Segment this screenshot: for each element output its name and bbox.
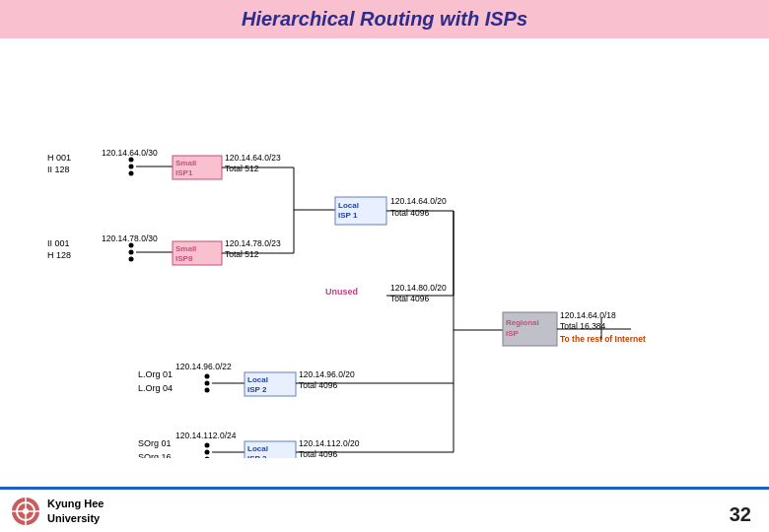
svg-text:120.14.112.0/20: 120.14.112.0/20	[299, 438, 360, 448]
svg-text:120.14.78.0/30: 120.14.78.0/30	[102, 233, 158, 243]
svg-text:120.14.96.0/20: 120.14.96.0/20	[299, 369, 355, 379]
svg-point-80	[23, 508, 29, 514]
svg-text:L.Org 04: L.Org 04	[138, 383, 173, 393]
svg-text:ISP: ISP	[506, 329, 520, 338]
university-logo	[10, 496, 41, 527]
page-title: Hierarchical Routing with ISPs	[242, 8, 527, 30]
svg-point-17	[129, 257, 134, 262]
svg-point-54	[205, 443, 210, 448]
svg-text:ISP 1: ISP 1	[338, 211, 358, 220]
svg-text:120.14.80.0/20: 120.14.80.0/20	[390, 283, 447, 293]
svg-point-15	[129, 243, 134, 248]
title-bar: Hierarchical Routing with ISPs	[0, 0, 769, 38]
svg-point-16	[129, 250, 134, 255]
bottom-bar: Kyung Hee University 32	[0, 487, 769, 532]
svg-text:Total 4096: Total 4096	[299, 449, 337, 458]
svg-point-56	[205, 457, 210, 459]
svg-text:120.14.64.0/18: 120.14.64.0/18	[560, 310, 616, 320]
svg-text:Local: Local	[338, 201, 359, 210]
svg-text:Small: Small	[175, 244, 196, 253]
svg-text:Local: Local	[247, 444, 268, 453]
svg-point-4	[129, 171, 134, 176]
svg-text:120.14.112.0/24: 120.14.112.0/24	[175, 431, 237, 440]
svg-text:120.14.64.0/23: 120.14.64.0/23	[225, 153, 281, 163]
svg-point-3	[129, 165, 134, 169]
svg-text:H 001: H 001	[47, 153, 71, 163]
svg-text:Small: Small	[175, 159, 196, 167]
svg-text:SOrg 16: SOrg 16	[138, 452, 172, 458]
diagram-svg: H 001 II 128 120.14.64.0/30 Small ISP1 1…	[0, 44, 769, 458]
diagram-area: H 001 II 128 120.14.64.0/30 Small ISP1 1…	[0, 44, 769, 458]
svg-text:Local: Local	[247, 375, 268, 384]
svg-text:120.14.96.0/22: 120.14.96.0/22	[175, 362, 232, 371]
svg-text:ISP1: ISP1	[175, 168, 193, 177]
svg-text:ISP 2: ISP 2	[247, 385, 267, 394]
svg-point-41	[205, 374, 210, 379]
svg-text:120.14.64.0/20: 120.14.64.0/20	[390, 196, 447, 206]
svg-point-55	[205, 450, 210, 455]
svg-text:Unused: Unused	[325, 287, 358, 297]
page-container: Hierarchical Routing with ISPs H 001 II …	[0, 0, 769, 532]
svg-text:Total 512: Total 512	[225, 249, 259, 259]
svg-text:Total 4096: Total 4096	[299, 380, 337, 390]
svg-text:L.Org 01: L.Org 01	[138, 369, 173, 379]
svg-point-42	[205, 381, 210, 386]
page-number: 32	[730, 503, 751, 526]
svg-text:120.14.64.0/30: 120.14.64.0/30	[102, 148, 158, 158]
svg-text:Total 4096: Total 4096	[390, 208, 429, 218]
logo-area: Kyung Hee University	[10, 496, 104, 527]
svg-text:II 001: II 001	[47, 238, 70, 248]
svg-text:ISP8: ISP8	[175, 254, 193, 263]
svg-point-43	[205, 388, 210, 393]
svg-text:To the rest of Internet: To the rest of Internet	[560, 334, 646, 344]
university-name: Kyung Hee University	[47, 497, 104, 525]
svg-text:H 128: H 128	[47, 250, 71, 260]
svg-text:ISP 3: ISP 3	[247, 454, 267, 458]
svg-text:Regional: Regional	[506, 318, 539, 327]
svg-text:II 128: II 128	[47, 165, 70, 174]
svg-text:120.14.78.0/23: 120.14.78.0/23	[225, 238, 281, 248]
svg-text:Total 512: Total 512	[225, 164, 259, 173]
svg-text:SOrg 01: SOrg 01	[138, 438, 172, 448]
svg-point-2	[129, 158, 134, 163]
